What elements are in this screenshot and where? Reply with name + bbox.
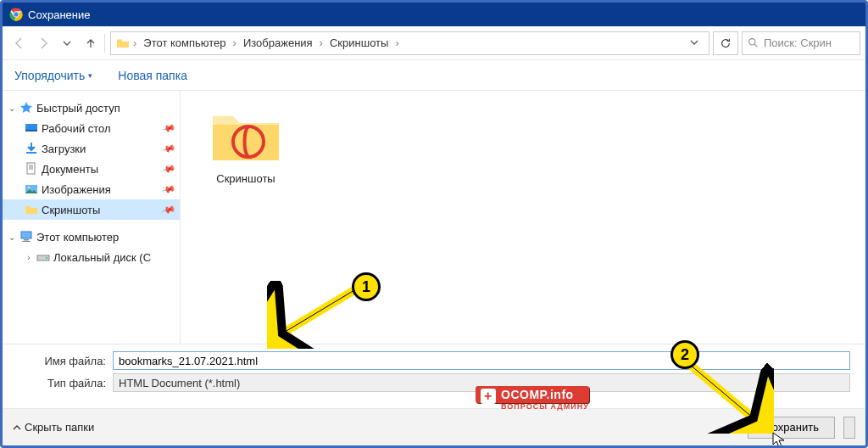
- folder-icon: [25, 203, 38, 216]
- folder-name-label: Скриншоты: [199, 172, 292, 185]
- chevron-down-icon: ▾: [88, 71, 92, 80]
- pictures-icon: [25, 182, 38, 196]
- folder-large-icon: [208, 106, 284, 167]
- watermark: + OCOMP.info ВОПРОСЫ АДМИНУ: [476, 386, 589, 411]
- chrome-icon: [9, 8, 23, 21]
- window-title: Сохранение: [28, 8, 91, 21]
- svg-point-15: [46, 257, 47, 259]
- sidebar-item-this-pc[interactable]: ⌄ Этот компьютер: [3, 227, 180, 247]
- list-item[interactable]: Скриншоты: [199, 106, 292, 185]
- quick-access-label: Быстрый доступ: [36, 102, 120, 115]
- watermark-main: OCOMP.info: [501, 388, 574, 401]
- chevron-right-icon: ›: [25, 253, 33, 262]
- svg-rect-13: [22, 241, 31, 242]
- this-pc-label: Этот компьютер: [36, 231, 119, 244]
- annotation-badge-1: 1: [352, 272, 381, 301]
- dialog-body: ⌄ Быстрый доступ Рабочий стол 📌 Загрузки…: [3, 91, 865, 344]
- svg-rect-12: [24, 239, 29, 241]
- svg-rect-7: [26, 152, 36, 154]
- forward-button[interactable]: [31, 31, 55, 55]
- star-icon: [19, 101, 33, 115]
- svg-rect-6: [25, 130, 37, 132]
- back-button[interactable]: [8, 31, 31, 55]
- hide-folders-label: Скрыть папки: [25, 421, 94, 434]
- sidebar-item-local-disk[interactable]: › Локальный диск (C: [3, 247, 180, 267]
- desktop-icon: [25, 121, 38, 135]
- svg-rect-11: [21, 232, 31, 238]
- filetype-value: HTML Document (*.html): [119, 377, 240, 389]
- downloads-icon: [25, 142, 38, 155]
- sidebar-item-quick-access[interactable]: ⌄ Быстрый доступ: [3, 98, 180, 118]
- chevron-down-icon: ⌄: [8, 104, 16, 113]
- chevron-right-icon: ›: [318, 36, 325, 49]
- drive-icon: [36, 250, 50, 264]
- pin-icon: 📌: [161, 202, 177, 217]
- path-dropdown[interactable]: [685, 36, 704, 49]
- annotation-badge-2: 2: [670, 340, 699, 369]
- chevron-down-icon: [690, 38, 698, 47]
- chevron-down-icon: [63, 39, 71, 48]
- organize-label: Упорядочить: [14, 69, 85, 82]
- refresh-button[interactable]: [713, 31, 738, 55]
- pin-icon: 📌: [161, 141, 177, 156]
- save-dialog-window: Сохранение › Этот компьютер › Изображени…: [0, 0, 868, 448]
- sidebar-item-desktop[interactable]: Рабочий стол 📌: [3, 118, 180, 138]
- annotation-arrow-2: [681, 357, 774, 434]
- svg-point-10: [28, 187, 31, 189]
- chevron-right-icon: ›: [131, 36, 138, 49]
- cancel-button[interactable]: [843, 417, 855, 439]
- pin-icon: 📌: [161, 182, 177, 197]
- arrow-up-icon: [84, 36, 97, 50]
- up-button[interactable]: [79, 31, 103, 55]
- refresh-icon: [720, 37, 732, 49]
- folder-icon: [116, 36, 130, 50]
- new-folder-label: Новая папка: [118, 69, 187, 82]
- svg-point-2: [14, 12, 18, 16]
- cursor-icon: [772, 432, 786, 448]
- arrow-right-icon: [36, 36, 50, 50]
- filetype-label: Тип файла:: [18, 377, 106, 389]
- organize-button[interactable]: Упорядочить ▾: [14, 69, 92, 82]
- crumb-screenshots[interactable]: Скриншоты: [326, 35, 392, 51]
- breadcrumb-path[interactable]: › Этот компьютер › Изображения › Скриншо…: [110, 31, 709, 55]
- sidebar-item-pictures[interactable]: Изображения 📌: [3, 179, 180, 199]
- arrow-left-icon: [13, 36, 26, 50]
- navigation-pane: ⌄ Быстрый доступ Рабочий стол 📌 Загрузки…: [3, 91, 181, 344]
- local-disk-label: Локальный диск (C: [53, 251, 151, 264]
- sidebar-item-label: Рабочий стол: [42, 122, 111, 135]
- pc-icon: [19, 230, 33, 244]
- new-folder-button[interactable]: Новая папка: [118, 69, 187, 82]
- title-bar: Сохранение: [3, 3, 865, 26]
- sidebar-item-documents[interactable]: Документы 📌: [3, 159, 180, 179]
- chevron-right-icon: ›: [393, 36, 400, 49]
- pin-icon: 📌: [161, 161, 177, 176]
- search-placeholder: Поиск: Скрин: [764, 36, 832, 49]
- crumb-this-pc[interactable]: Этот компьютер: [140, 35, 229, 51]
- sidebar-item-label: Загрузки: [42, 143, 86, 155]
- search-box[interactable]: Поиск: Скрин: [742, 31, 860, 55]
- search-icon: [748, 37, 759, 48]
- chevron-down-icon: ⌄: [8, 232, 16, 242]
- watermark-sub: ВОПРОСЫ АДМИНУ: [501, 402, 589, 411]
- sidebar-item-label: Изображения: [42, 183, 111, 196]
- plus-icon: +: [481, 389, 496, 404]
- command-toolbar: Упорядочить ▾ Новая папка: [3, 60, 865, 91]
- sidebar-item-screenshots[interactable]: Скриншоты 📌: [3, 199, 180, 220]
- sidebar-item-label: Документы: [42, 163, 98, 176]
- folder-thumb: [208, 106, 284, 167]
- sidebar-item-label: Скриншоты: [42, 204, 100, 216]
- chevron-up-icon: [13, 423, 21, 432]
- documents-icon: [25, 162, 38, 176]
- hide-folders-toggle[interactable]: Скрыть папки: [13, 421, 94, 434]
- pin-icon: 📌: [161, 120, 177, 136]
- filename-label: Имя файла:: [18, 355, 106, 367]
- address-bar-row: › Этот компьютер › Изображения › Скриншо…: [3, 26, 865, 60]
- recent-locations-button[interactable]: [55, 31, 79, 55]
- svg-point-4: [749, 39, 755, 45]
- chevron-right-icon: ›: [231, 36, 238, 49]
- sidebar-item-downloads[interactable]: Загрузки 📌: [3, 138, 180, 159]
- crumb-pictures[interactable]: Изображения: [240, 35, 316, 51]
- nav-separator: [104, 34, 105, 53]
